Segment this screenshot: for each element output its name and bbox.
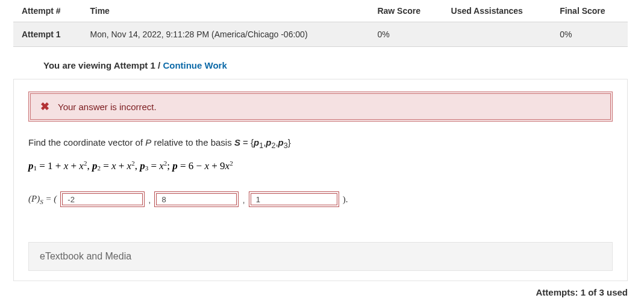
attempts-table: Attempt # Time Raw Score Used Assistance…	[13, 0, 628, 47]
comma-2: ,	[242, 194, 245, 205]
th-used: Used Assistances	[443, 0, 552, 22]
viewing-prefix: You are viewing Attempt 1	[43, 60, 155, 70]
answer-input-3[interactable]	[249, 191, 339, 207]
alert-text: Your answer is incorrect.	[58, 102, 157, 112]
etextbook-button[interactable]: eTextbook and Media	[28, 242, 613, 271]
cell-attempt: Attempt 1	[13, 22, 81, 47]
attempts-used: Attempts: 1 of 3 used	[13, 287, 628, 297]
cell-used	[443, 22, 552, 47]
question-card: ✖ Your answer is incorrect. Find the coo…	[13, 79, 628, 281]
th-time: Time	[81, 0, 369, 22]
cell-time: Mon, Nov 14, 2022, 9:11:28 PM (America/C…	[81, 22, 369, 47]
continue-work-link[interactable]: Continue Work	[163, 60, 227, 70]
answer-input-1[interactable]	[60, 191, 145, 207]
prompt-text: Find the coordinate vector of P relative…	[28, 137, 613, 150]
cell-raw: 0%	[369, 22, 442, 47]
answer-lhs: (P)S = (	[28, 194, 57, 205]
answer-input-2[interactable]	[154, 191, 239, 207]
math-expression: p1 = 1 + x + x2, p2 = x + x2, p3 = x2; p…	[28, 160, 613, 172]
th-raw: Raw Score	[369, 0, 442, 22]
viewing-line: You are viewing Attempt 1 / Continue Wor…	[43, 60, 644, 70]
th-attempt: Attempt #	[13, 0, 81, 22]
alert-incorrect: ✖ Your answer is incorrect.	[28, 92, 613, 122]
table-row[interactable]: Attempt 1 Mon, Nov 14, 2022, 9:11:28 PM …	[13, 22, 628, 47]
comma-1: ,	[148, 194, 151, 205]
answer-close: ).	[343, 194, 348, 205]
incorrect-x-icon: ✖	[40, 101, 49, 112]
viewing-sep: /	[155, 60, 163, 70]
th-final: Final Score	[551, 0, 628, 22]
cell-final: 0%	[551, 22, 628, 47]
answer-row: (P)S = ( , , ).	[28, 191, 613, 207]
